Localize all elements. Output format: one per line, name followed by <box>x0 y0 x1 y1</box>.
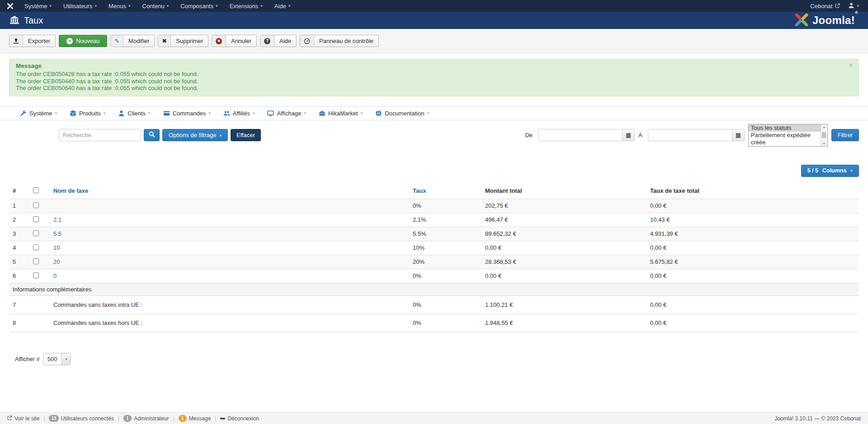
scroll-down-icon[interactable]: ▼ <box>822 142 826 145</box>
scroll-thumb[interactable] <box>822 132 826 138</box>
admin-topbar: Système▾ Utilisateurs▾ Menus▾ Contenu▾ C… <box>0 0 868 12</box>
chevron-down-icon: ▾ <box>857 4 859 8</box>
search-input[interactable] <box>59 129 141 141</box>
topmenu-aide[interactable]: Aide▾ <box>269 3 297 10</box>
question-circle-icon: ? <box>260 35 274 47</box>
col-header-name: Nom de taxe <box>50 184 409 199</box>
tax-name-link[interactable]: 10 <box>53 244 60 251</box>
status-option[interactable]: Partiellement expédiée <box>749 132 827 139</box>
users-icon <box>223 110 230 117</box>
tax-name-link[interactable]: 2.1 <box>53 216 61 223</box>
logout-link[interactable]: Déconnexion <box>220 415 259 422</box>
compmenu-clients[interactable]: Clients ▾ <box>112 110 156 117</box>
filter-button[interactable]: Filtrer <box>831 129 859 141</box>
briefcase-icon <box>319 110 326 117</box>
table-row: 4 10 10% 0,00 € 0,00 € <box>9 241 859 255</box>
topmenu-extensions[interactable]: Extensions▾ <box>224 3 269 10</box>
status-listbox[interactable]: Tous les statuts Partiellement expédiée … <box>748 124 828 147</box>
topmenu-menus[interactable]: Menus▾ <box>103 3 137 10</box>
row-checkbox[interactable] <box>33 202 39 208</box>
search-button[interactable] <box>144 129 160 141</box>
topmenu-systeme[interactable]: Système▾ <box>19 3 57 10</box>
external-link-icon <box>7 415 12 422</box>
chevron-down-icon: ▾ <box>361 111 363 115</box>
row-checkbox[interactable] <box>33 216 39 222</box>
columns-button[interactable]: 5 / 5 Columns ▾ <box>801 165 859 177</box>
filter-bar: Options de filtrage ▴ Effacer De ▦ A ▦ T… <box>0 120 868 151</box>
display-count-select[interactable]: 500 ▾ <box>43 353 71 365</box>
bank-icon <box>10 16 19 25</box>
col-header-num: # <box>9 184 29 199</box>
toolbar: Exporter + Nouveau ✎ Modifier ✖ Supprime… <box>0 29 868 53</box>
help-button[interactable]: ? Aide <box>260 35 297 47</box>
info-row-label: Commandes sans taxes intra UE : <box>50 295 409 314</box>
x-icon: ✖ <box>158 35 171 47</box>
status-option[interactable]: Tous les statuts <box>749 124 827 132</box>
sort-link-rate[interactable]: Taux <box>413 187 426 194</box>
export-button[interactable]: Exporter <box>9 35 56 47</box>
edit-button[interactable]: ✎ Modifier <box>110 35 155 47</box>
tax-name-link[interactable]: 5.5 <box>53 230 61 237</box>
cancel-button[interactable]: ✖ Annuler <box>212 35 257 47</box>
date-to-input[interactable] <box>648 129 732 141</box>
users-count-badge: 13 <box>49 415 58 422</box>
close-icon[interactable]: × <box>849 62 853 69</box>
tax-name-link[interactable]: 20 <box>53 258 60 265</box>
cube-icon <box>70 110 76 117</box>
status-option[interactable]: créée <box>749 139 827 146</box>
admin-count-badge: 1 <box>123 415 132 422</box>
message-count-badge: 1 <box>179 415 187 422</box>
row-checkbox[interactable] <box>33 244 39 250</box>
row-checkbox[interactable] <box>33 230 39 236</box>
compmenu-commandes[interactable]: Commandes ▾ <box>157 110 217 117</box>
compmenu-documentation[interactable]: Documentation ▾ <box>369 110 435 117</box>
row-checkbox[interactable] <box>33 272 39 278</box>
messages-link[interactable]: 1 Message <box>179 415 211 422</box>
topmenu-contenu[interactable]: Contenu▾ <box>137 3 175 10</box>
joomla-mark-icon <box>6 2 14 10</box>
upload-icon <box>9 35 23 47</box>
table-row: 7 Commandes sans taxes intra UE : 0% 1.1… <box>9 295 859 314</box>
compmenu-hikamarket[interactable]: HikaMarket ▾ <box>312 110 369 117</box>
calendar-icon[interactable]: ▦ <box>623 129 635 141</box>
select-all-checkbox[interactable] <box>33 187 39 193</box>
info-row-label: Commandes sans taxes hors UE : <box>50 314 409 332</box>
table-row: 3 5.5 5.5% 89.652,32 € 4.931,39 € <box>9 227 859 241</box>
message-box: × Message The order CEB050428 has a tax … <box>9 59 859 96</box>
chevron-down-icon: ▾ <box>128 4 131 8</box>
topmenu-composants[interactable]: Composants▾ <box>175 3 224 10</box>
compmenu-produits[interactable]: Produits ▾ <box>63 110 112 117</box>
chevron-down-icon: ▾ <box>253 111 255 115</box>
chevron-down-icon: ▾ <box>850 169 853 173</box>
date-to-label: A <box>638 132 642 138</box>
connected-users-link[interactable]: 13 Utilisateurs connectés <box>49 415 114 422</box>
section-row: Informations complémentaires <box>9 283 859 295</box>
col-header-tax-total: Taux de taxe total <box>646 184 859 199</box>
user-menu[interactable]: ▾ <box>845 2 862 10</box>
compmenu-affichage[interactable]: Affichage ▾ <box>261 110 312 117</box>
view-site-link[interactable]: Voir le site <box>7 415 39 422</box>
message-line: The order CEB050428 has a tax rate :0.05… <box>16 71 852 78</box>
section-label: Informations complémentaires <box>9 283 859 295</box>
calendar-icon[interactable]: ▦ <box>732 129 745 141</box>
tax-name-link[interactable]: 0 <box>53 272 57 279</box>
sort-link-name[interactable]: Nom de taxe <box>53 187 88 194</box>
compmenu-systeme[interactable]: Système ▾ <box>14 110 63 117</box>
row-checkbox[interactable] <box>33 258 39 264</box>
filter-options-button[interactable]: Options de filtrage ▴ <box>162 129 228 141</box>
gauge-icon <box>300 35 314 47</box>
clear-filter-button[interactable]: Effacer <box>231 129 261 141</box>
compmenu-affilies[interactable]: Affiliés ▾ <box>217 110 261 117</box>
new-button[interactable]: + Nouveau <box>59 35 107 47</box>
page-title: Taux <box>24 15 43 26</box>
administrators-link[interactable]: 1 Administrateur <box>123 415 169 422</box>
scrollbar[interactable]: ▲ ▼ <box>821 124 827 146</box>
table-row: 5 20 20% 28.368,53 € 5.675,82 € <box>9 255 859 269</box>
control-panel-button[interactable]: Panneau de contrôle <box>300 35 379 47</box>
site-preview-link[interactable]: Cebonat <box>805 3 845 10</box>
delete-button[interactable]: ✖ Supprimer <box>158 35 208 47</box>
scroll-up-icon[interactable]: ▲ <box>822 125 826 129</box>
main-content: × Message The order CEB050428 has a tax … <box>0 59 868 365</box>
date-from-input[interactable] <box>538 129 623 141</box>
topmenu-utilisateurs[interactable]: Utilisateurs▾ <box>57 3 103 10</box>
